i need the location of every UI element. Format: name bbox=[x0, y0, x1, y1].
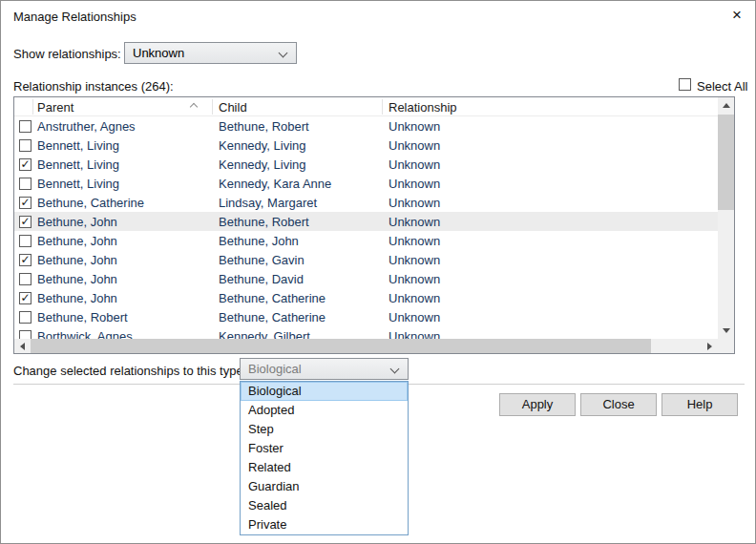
relationship-cell: Unknown bbox=[383, 177, 718, 191]
relationship-cell: Unknown bbox=[383, 196, 718, 210]
dropdown-option[interactable]: Sealed bbox=[241, 496, 408, 515]
row-checkbox[interactable]: ✓ bbox=[19, 292, 32, 304]
vertical-scrollbar[interactable] bbox=[718, 97, 734, 339]
table-row[interactable]: ✓ Bethune, John Bethune, Catherine Unkno… bbox=[14, 288, 718, 307]
relationship-header-label: Relationship bbox=[388, 100, 457, 115]
parent-cell: Bethune, John bbox=[33, 291, 213, 305]
parent-cell: Borthwick, Agnes bbox=[33, 329, 213, 340]
scroll-right-icon[interactable] bbox=[702, 339, 718, 353]
close-button[interactable]: Close bbox=[580, 393, 657, 416]
table-row[interactable]: Borthwick, Agnes Kennedy, Gilbert Unknow… bbox=[14, 326, 718, 339]
row-checkbox[interactable] bbox=[19, 120, 32, 133]
relationship-cell: Unknown bbox=[383, 119, 718, 134]
child-cell: Bethune, John bbox=[213, 234, 383, 248]
horizontal-scrollbar-thumb[interactable] bbox=[31, 339, 651, 353]
table-row[interactable]: Bethune, John Bethune, John Unknown bbox=[14, 231, 718, 250]
parent-cell: Anstruther, Agnes bbox=[33, 119, 213, 134]
table-body: Anstruther, Agnes Bethune, Robert Unknow… bbox=[14, 116, 718, 339]
parent-cell: Bennett, Living bbox=[33, 157, 213, 172]
table-row[interactable]: Bethune, John Bethune, David Unknown bbox=[14, 269, 718, 288]
show-relationships-dropdown[interactable]: Unknown bbox=[124, 42, 297, 64]
change-type-label: Change selected relationships to this ty… bbox=[13, 364, 246, 378]
parent-cell: Bennett, Living bbox=[33, 138, 213, 153]
relationship-cell: Unknown bbox=[383, 291, 718, 305]
manage-relationships-dialog: Manage Relationships × Show relationship… bbox=[0, 0, 756, 544]
parent-header-label: Parent bbox=[37, 100, 74, 115]
child-header-label: Child bbox=[219, 100, 247, 115]
relationship-cell: Unknown bbox=[383, 310, 718, 324]
dropdown-option[interactable]: Adopted bbox=[241, 401, 408, 420]
relationship-cell: Unknown bbox=[383, 253, 718, 267]
relationship-cell: Unknown bbox=[383, 215, 718, 229]
child-cell: Lindsay, Margaret bbox=[213, 196, 383, 210]
checkbox-column-header bbox=[14, 99, 33, 115]
horizontal-scrollbar[interactable] bbox=[14, 339, 718, 353]
child-cell: Bethune, Robert bbox=[213, 215, 383, 229]
child-cell: Kennedy, Gilbert bbox=[213, 329, 383, 340]
parent-cell: Bethune, John bbox=[33, 215, 213, 229]
parent-cell: Bethune, John bbox=[33, 253, 213, 267]
close-icon[interactable]: × bbox=[732, 6, 742, 25]
help-button[interactable]: Help bbox=[662, 393, 738, 416]
relationship-cell: Unknown bbox=[383, 138, 718, 153]
column-header-child[interactable]: Child bbox=[213, 99, 383, 115]
relationship-table: Parent Child Relationship Anstruther, Ag… bbox=[13, 96, 735, 354]
row-checkbox[interactable] bbox=[19, 273, 32, 285]
show-relationships-label: Show relationships: bbox=[13, 47, 121, 61]
child-cell: Kennedy, Living bbox=[213, 138, 383, 153]
change-type-dropdown[interactable]: Biological bbox=[240, 358, 409, 380]
row-checkbox[interactable] bbox=[19, 139, 32, 152]
row-checkbox[interactable] bbox=[19, 178, 32, 190]
table-row[interactable]: ✓ Bethune, Catherine Lindsay, Margaret U… bbox=[14, 193, 718, 212]
chevron-down-icon bbox=[390, 365, 400, 374]
row-checkbox[interactable]: ✓ bbox=[19, 197, 32, 209]
row-checkbox[interactable] bbox=[19, 330, 32, 340]
parent-cell: Bethune, Catherine bbox=[33, 196, 213, 210]
table-row[interactable]: ✓ Bethune, John Bethune, Robert Unknown bbox=[14, 212, 718, 231]
select-all-checkbox[interactable] bbox=[679, 78, 691, 91]
child-cell: Bethune, Catherine bbox=[213, 291, 383, 305]
scroll-left-icon[interactable] bbox=[14, 339, 31, 353]
row-checkbox[interactable] bbox=[19, 235, 32, 247]
relationship-cell: Unknown bbox=[383, 272, 718, 286]
column-header-relationship[interactable]: Relationship bbox=[383, 99, 718, 115]
relationship-cell: Unknown bbox=[383, 157, 718, 172]
dropdown-option[interactable]: Guardian bbox=[241, 477, 408, 496]
scroll-up-icon[interactable] bbox=[718, 97, 734, 114]
vertical-scrollbar-thumb[interactable] bbox=[718, 115, 734, 210]
dropdown-option[interactable]: Step bbox=[241, 420, 408, 439]
row-checkbox[interactable] bbox=[19, 311, 32, 324]
dropdown-option[interactable]: Foster bbox=[241, 439, 408, 458]
table-row[interactable]: Bethune, Robert Bethune, Catherine Unkno… bbox=[14, 307, 718, 326]
column-header-parent[interactable]: Parent bbox=[33, 99, 213, 115]
row-checkbox[interactable]: ✓ bbox=[19, 158, 32, 171]
child-cell: Bethune, Catherine bbox=[213, 310, 383, 324]
row-checkbox[interactable]: ✓ bbox=[19, 216, 32, 228]
relationship-instances-label: Relationship instances (264): bbox=[13, 79, 174, 94]
select-all-label: Select All bbox=[697, 79, 747, 94]
child-cell: Bethune, Robert bbox=[213, 119, 383, 134]
relationship-cell: Unknown bbox=[383, 234, 718, 248]
row-checkbox[interactable]: ✓ bbox=[19, 254, 32, 266]
type-dropdown-list: BiologicalAdoptedStepFosterRelatedGuardi… bbox=[240, 381, 409, 535]
child-cell: Bethune, Gavin bbox=[213, 253, 383, 267]
table-row[interactable]: Bennett, Living Kennedy, Living Unknown bbox=[14, 136, 718, 155]
show-relationships-value: Unknown bbox=[133, 46, 184, 60]
child-cell: Kennedy, Kara Anne bbox=[213, 177, 383, 191]
dropdown-option[interactable]: Biological bbox=[241, 382, 408, 401]
table-row[interactable]: Anstruther, Agnes Bethune, Robert Unknow… bbox=[14, 116, 718, 136]
child-cell: Bethune, David bbox=[213, 272, 383, 286]
child-cell: Kennedy, Living bbox=[213, 157, 383, 172]
dialog-title: Manage Relationships bbox=[13, 10, 136, 24]
dropdown-option[interactable]: Private bbox=[241, 515, 408, 534]
scroll-down-icon[interactable] bbox=[718, 323, 734, 339]
table-row[interactable]: ✓ Bethune, John Bethune, Gavin Unknown bbox=[14, 250, 718, 269]
table-row[interactable]: ✓ Bennett, Living Kennedy, Living Unknow… bbox=[14, 155, 718, 174]
apply-button[interactable]: Apply bbox=[499, 393, 576, 416]
table-row[interactable]: Bennett, Living Kennedy, Kara Anne Unkno… bbox=[14, 174, 718, 193]
parent-cell: Bennett, Living bbox=[33, 177, 213, 191]
dropdown-option[interactable]: Related bbox=[241, 458, 408, 477]
parent-cell: Bethune, John bbox=[33, 272, 213, 286]
sort-ascending-icon bbox=[190, 103, 198, 111]
chevron-down-icon bbox=[279, 49, 288, 58]
